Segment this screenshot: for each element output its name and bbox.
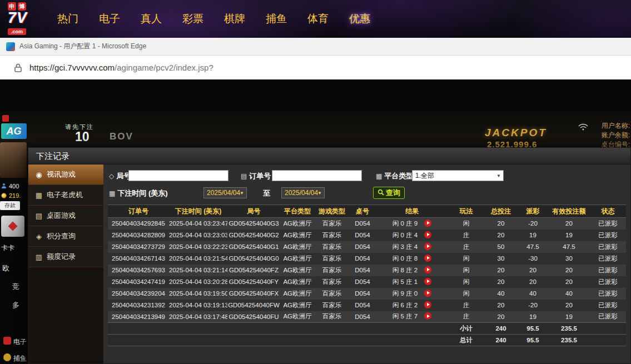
address-bar[interactable]: https://gci.7vvvvvv.com/agingame/pcv2/in… <box>0 56 631 79</box>
rail-item[interactable]: 多 <box>12 300 19 310</box>
menu-item[interactable]: ◉视讯游戏 <box>28 164 103 185</box>
platform-select[interactable]: 1.全部 <box>412 170 504 181</box>
round-input[interactable] <box>128 170 228 181</box>
cell-platform: AG欧洲厅 <box>280 276 315 288</box>
nav-item[interactable]: 棋牌 <box>224 12 245 26</box>
nav-item[interactable]: 捕鱼 <box>266 12 287 26</box>
cell-valid: 20 <box>548 276 590 288</box>
nav-item[interactable]: 电子 <box>99 12 120 26</box>
cell-valid: 20 <box>548 218 590 230</box>
avatar <box>0 142 27 178</box>
menu-item[interactable]: ▤桌面游戏 <box>28 206 103 226</box>
column-header: 玩法 <box>448 205 484 218</box>
replay-icon[interactable] <box>424 243 431 250</box>
replay-icon[interactable] <box>424 266 431 273</box>
result-text: 闲 0 庄 9 <box>392 220 418 227</box>
user-info-label: 用户名称: <box>602 121 630 131</box>
column-header: 局号 <box>227 205 280 218</box>
cell-payout: 19 <box>518 230 548 241</box>
cell-play: 庄 <box>448 241 484 253</box>
cell-time: 2025-04-04 03:17:48 <box>169 311 227 323</box>
cell-play: 闲 <box>448 265 484 276</box>
nav-item[interactable]: 彩票 <box>182 12 203 26</box>
nav-item[interactable]: 热门 <box>57 12 78 26</box>
deposit-button[interactable]: 存款 <box>0 201 20 210</box>
cell-time: 2025-04-04 03:23:47 <box>169 218 227 230</box>
cell-bet: 20 <box>484 311 518 323</box>
result-text: 闲 8 庄 2 <box>392 267 418 273</box>
replay-icon[interactable] <box>424 220 431 227</box>
cell-valid: 19 <box>548 311 590 323</box>
replay-icon[interactable] <box>424 231 431 238</box>
rail-item[interactable]: 卡卡 <box>1 243 14 253</box>
cell-payout: -20 <box>518 300 548 311</box>
cell-time: 2025-04-04 03:23:03 <box>169 230 227 241</box>
round-filter: ◇ 局号 <box>109 171 131 181</box>
replay-icon[interactable] <box>424 278 431 285</box>
table-row: 2504040342928452025-04-04 03:23:47GD0542… <box>108 218 626 230</box>
game-thumbnail[interactable] <box>1 216 24 237</box>
bet-timer: 10 <box>75 129 90 144</box>
time-label: 下注时间 (美东) <box>117 188 167 198</box>
window-title: Asia Gaming - 用户配置 1 - Microsoft Edge <box>19 42 146 51</box>
table-row: 2504040342313922025-04-04 03:19:13GD0542… <box>108 300 626 311</box>
modal-menu: ◉视讯游戏▦电子老虎机▤桌面游戏◈积分查询▥额度记录 <box>28 164 103 363</box>
to-label: 至 <box>263 188 270 198</box>
table-row: 2504040342828092025-04-04 03:23:03GD0542… <box>108 230 626 241</box>
cell-status: 已派彩 <box>590 300 626 311</box>
nav-item[interactable]: 体育 <box>307 12 329 26</box>
nav-item[interactable]: 真人 <box>141 12 162 26</box>
date-from-select[interactable]: 2025/04/04 <box>203 187 247 198</box>
jackpot-label: JACKPOT <box>485 127 547 139</box>
date-to-select[interactable]: 2025/04/04 <box>281 187 325 198</box>
rail-item[interactable]: 捕鱼 <box>13 354 27 363</box>
ag-logo-text: AG <box>7 126 22 137</box>
menu-item[interactable]: ▥额度记录 <box>28 247 103 267</box>
sum-payout: 95.5 <box>518 335 548 346</box>
result-text: 闲 0 庄 4 <box>392 232 418 238</box>
url-host: https://gci.7vvvvvv.com <box>29 63 115 72</box>
replay-icon[interactable] <box>424 301 431 308</box>
search-button[interactable]: 查询 <box>373 187 405 199</box>
cell-bet: 30 <box>484 253 518 265</box>
online-count: 400 <box>1 183 19 190</box>
cell-table_no: D054 <box>349 288 376 300</box>
table-row: 2504040342392042025-04-04 03:19:50GD0542… <box>108 288 626 300</box>
cell-platform: AG欧洲厅 <box>280 300 315 311</box>
cell-bet: 20 <box>484 300 518 311</box>
platform-label: 平台类型 <box>384 171 413 181</box>
cell-result: 闲 8 庄 2 <box>376 265 448 276</box>
order-input[interactable] <box>272 170 362 181</box>
cell-round: GD054254040FX <box>227 288 280 300</box>
sum-payout: 95.5 <box>518 323 548 335</box>
rail-item[interactable]: 竞 <box>12 282 19 292</box>
rail-item[interactable]: 电子 <box>13 337 27 347</box>
chip-icon <box>2 115 9 122</box>
time-filter: ▦ 下注时间 (美东) <box>109 188 168 198</box>
cell-valid: 19 <box>548 230 590 241</box>
menu-item-label: 视讯游戏 <box>47 169 76 179</box>
cell-status: 已派彩 <box>590 253 626 265</box>
menu-item[interactable]: ▦电子老虎机 <box>28 185 103 206</box>
bet-records-modal: 下注记录 ◉视讯游戏▦电子老虎机▤桌面游戏◈积分查询▥额度记录 ◇ 局号 ▤ 订… <box>28 147 631 364</box>
cell-payout: 20 <box>518 276 548 288</box>
cell-order: 250404034257693 <box>108 265 169 276</box>
platform-filter: ▦ 平台类型 <box>376 171 413 181</box>
date-to-value: 2025/04/04 <box>285 189 318 197</box>
cell-time: 2025-04-04 03:19:13 <box>169 300 227 311</box>
order-label: 订单号 <box>249 171 271 181</box>
column-header: 派彩 <box>518 205 548 218</box>
sum-status <box>590 335 626 346</box>
menu-item[interactable]: ◈积分查询 <box>28 226 103 247</box>
rail-item[interactable]: 欧 <box>2 263 9 273</box>
lock-icon[interactable] <box>14 63 22 72</box>
cell-valid: 30 <box>548 253 590 265</box>
cell-result: 闲 6 庄 2 <box>376 300 448 311</box>
menu-item-label: 桌面游戏 <box>47 211 76 221</box>
cell-status: 已派彩 <box>590 276 626 288</box>
replay-icon[interactable] <box>424 290 431 297</box>
replay-icon[interactable] <box>424 312 431 320</box>
replay-icon[interactable] <box>424 255 431 262</box>
cell-time: 2025-04-04 03:19:50 <box>169 288 227 300</box>
nav-item[interactable]: 优惠 <box>349 12 370 26</box>
